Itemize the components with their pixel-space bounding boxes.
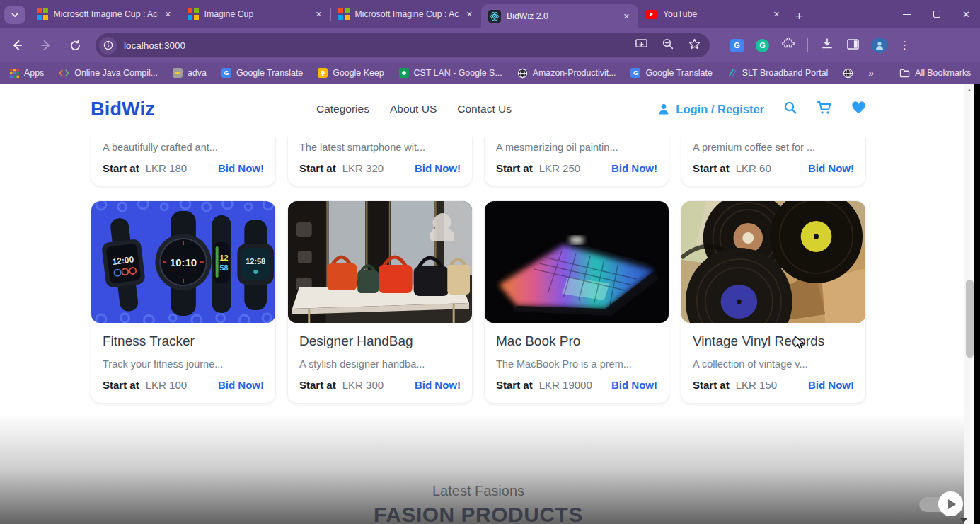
product-description: A collection of vintage v... <box>693 358 854 370</box>
tab-imagine-cup-1[interactable]: Microsoft Imagine Cup : Acc ✕ <box>30 0 180 28</box>
designer-handbag-image <box>288 201 472 323</box>
fitness-tracker-image: 12:00 10:10 12 58 <box>91 201 275 323</box>
nav-about-us[interactable]: About US <box>390 103 437 115</box>
bookmark-label: Google Keep <box>333 68 384 78</box>
close-icon[interactable]: ✕ <box>772 10 781 19</box>
bookmark-globe-unnamed[interactable] <box>843 68 853 79</box>
downloads-icon[interactable] <box>820 37 834 54</box>
play-button[interactable] <box>938 491 963 516</box>
bid-now-link[interactable]: Bid Now! <box>808 379 854 391</box>
nav-categories[interactable]: Categories <box>316 103 369 115</box>
bookmark-label: Amazon-Productivit... <box>533 68 616 78</box>
code-icon <box>59 69 69 77</box>
login-register-link[interactable]: Login / Register <box>657 103 764 116</box>
bookmark-google-keep[interactable]: Google Keep <box>318 68 384 78</box>
bid-now-link[interactable]: Bid Now! <box>218 162 264 174</box>
slt-icon <box>727 69 737 77</box>
product-card-designer-handbag[interactable]: Designer HandBag A stylish designer hand… <box>287 200 473 404</box>
address-bar[interactable]: localhost:3000 <box>96 33 710 57</box>
globe-icon <box>517 68 528 79</box>
product-grid: 12:00 10:10 12 58 <box>91 200 866 404</box>
profile-avatar[interactable] <box>872 38 887 53</box>
bookmark-amazon-productivity[interactable]: Amazon-Productivit... <box>517 68 616 79</box>
bid-now-link[interactable]: Bid Now! <box>611 162 657 174</box>
bookmark-cst-lan[interactable]: CST LAN - Google S... <box>399 68 502 78</box>
product-card-macbook-pro[interactable]: Mac Book Pro The MacBook Pro is a prem..… <box>484 200 669 404</box>
tab-bidwiz-active[interactable]: BidWiz 2.0 ✕ <box>481 4 638 28</box>
bid-now-link[interactable]: Bid Now! <box>415 162 461 174</box>
product-card-partial[interactable]: A mesmerizing oil paintin... Start atLKR… <box>484 137 669 186</box>
product-description: A beautifully crafted ant... <box>103 142 264 153</box>
product-description: A mesmerizing oil paintin... <box>496 142 657 153</box>
google-translate-extension-icon[interactable]: G <box>730 39 744 52</box>
product-price: LKR 150 <box>736 379 777 391</box>
bid-now-link[interactable]: Bid Now! <box>611 379 657 391</box>
tab-search-button[interactable] <box>4 6 25 24</box>
svg-text:12: 12 <box>219 254 228 262</box>
keep-bulb-icon <box>318 68 328 78</box>
web-page: BidWiz Categories About US Contact Us Lo… <box>0 84 980 524</box>
chevron-down-icon <box>11 11 19 19</box>
product-card-vinyl-records[interactable]: Vintage Vinyl Records A collection of vi… <box>681 200 866 404</box>
side-panel-icon[interactable] <box>846 38 860 53</box>
bookmark-google-translate-2[interactable]: G Google Translate <box>630 68 712 78</box>
bookmark-google-translate-1[interactable]: G Google Translate <box>221 68 303 78</box>
minimize-button[interactable] <box>903 14 911 15</box>
cart-icon[interactable] <box>817 101 832 118</box>
tab-imagine-cup-3[interactable]: Microsoft Imagine Cup : Acc ✕ <box>331 0 481 28</box>
back-button[interactable] <box>8 37 25 54</box>
scroll-up-arrow[interactable]: ▲ <box>964 84 974 92</box>
site-logo[interactable]: BidWiz <box>91 98 155 120</box>
window-close-button[interactable]: ✕ <box>962 9 970 20</box>
bookmark-label: adva <box>188 68 207 78</box>
sheets-icon <box>399 68 409 78</box>
product-card-partial[interactable]: A premium coffee set for ... Start atLKR… <box>681 137 866 186</box>
close-icon[interactable]: ✕ <box>622 12 631 21</box>
product-price: LKR 320 <box>342 162 384 174</box>
site-info-icon[interactable] <box>99 37 117 55</box>
close-icon[interactable]: ✕ <box>465 10 474 19</box>
play-icon <box>948 499 956 509</box>
nav-contact-us[interactable]: Contact Us <box>457 103 512 115</box>
bookmarks-overflow-button[interactable]: » <box>868 67 874 79</box>
restore-button[interactable] <box>933 11 940 18</box>
extensions-puzzle-icon[interactable] <box>781 37 795 54</box>
product-grid-partial: A beautifully crafted ant... Start atLKR… <box>91 137 866 186</box>
bookmark-apps[interactable]: Apps <box>10 68 44 78</box>
scrollbar-thumb[interactable] <box>966 280 974 358</box>
zoom-icon[interactable] <box>662 38 674 53</box>
wishlist-heart-icon[interactable] <box>851 101 866 118</box>
start-at-label: Start at <box>103 162 139 174</box>
reload-button[interactable] <box>67 37 83 54</box>
grammarly-extension-icon[interactable]: G <box>756 39 769 52</box>
bookmark-adva[interactable]: adva <box>173 68 207 78</box>
tab-strip: Microsoft Imagine Cup : Acc ✕ Imagine Cu… <box>0 0 980 28</box>
tab-imagine-cup-2[interactable]: Imagine Cup ✕ <box>180 0 330 28</box>
globe-icon <box>843 68 853 79</box>
screen: Microsoft Imagine Cup : Acc ✕ Imagine Cu… <box>0 0 980 524</box>
product-card-partial[interactable]: A beautifully crafted ant... Start atLKR… <box>91 137 276 186</box>
product-title: Designer HandBag <box>299 334 461 349</box>
install-app-icon[interactable] <box>635 38 648 53</box>
bookmark-label: All Bookmarks <box>915 68 971 78</box>
bid-now-link[interactable]: Bid Now! <box>808 162 854 174</box>
bookmark-label: Online Java Compil... <box>74 68 158 78</box>
bookmark-java-compiler[interactable]: Online Java Compil... <box>59 68 158 78</box>
close-icon[interactable]: ✕ <box>163 10 173 19</box>
all-bookmarks-button[interactable]: All Bookmarks <box>899 68 971 78</box>
bookmark-slt-portal[interactable]: SLT Broadband Portal <box>727 68 828 78</box>
bid-now-link[interactable]: Bid Now! <box>218 379 264 391</box>
start-at-label: Start at <box>693 162 730 174</box>
forward-button[interactable] <box>38 37 54 54</box>
product-card-partial[interactable]: The latest smartphone wit... Start atLKR… <box>287 137 473 186</box>
close-icon[interactable]: ✕ <box>314 10 323 19</box>
tab-youtube[interactable]: YouTube ✕ <box>638 0 788 28</box>
chrome-menu-icon[interactable]: ⋮ <box>899 39 910 52</box>
new-tab-button[interactable]: + <box>795 9 803 23</box>
product-card-fitness-tracker[interactable]: 12:00 10:10 12 58 <box>91 200 276 404</box>
url-text[interactable]: localhost:3000 <box>124 40 185 51</box>
bookmark-star-icon[interactable] <box>688 38 701 54</box>
search-icon[interactable] <box>783 101 797 118</box>
bid-now-link[interactable]: Bid Now! <box>415 379 461 391</box>
page-scrollbar[interactable]: ▲ <box>964 84 974 524</box>
